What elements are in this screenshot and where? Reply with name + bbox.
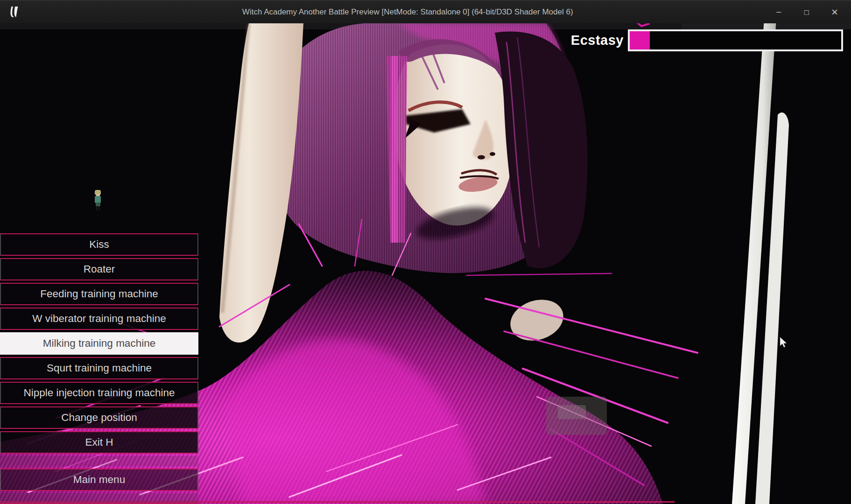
menu-item-roater[interactable]: Roater xyxy=(0,258,198,280)
game-viewport: Ecstasy Kiss Roater Feeding training mac… xyxy=(0,23,851,504)
game-window: { "window": { "title": "Witch Academy An… xyxy=(0,0,851,504)
menu-item-squrt-training-machine[interactable]: Squrt training machine xyxy=(0,357,198,379)
menu-item-main-menu[interactable]: Main menu xyxy=(0,469,198,491)
minimize-icon[interactable]: − xyxy=(772,7,786,17)
maximize-icon[interactable]: □ xyxy=(800,8,814,16)
menu-item-exit-h[interactable]: Exit H xyxy=(0,431,198,454)
menu-spacer-band xyxy=(0,456,198,466)
ecstasy-label: Ecstasy xyxy=(532,29,624,51)
ecstasy-fill xyxy=(630,31,650,49)
window-titlebar[interactable]: Witch Academy Another Battle Preview [Ne… xyxy=(0,0,851,23)
close-icon[interactable]: × xyxy=(828,7,842,18)
menu-item-w-viberator-training-machine[interactable]: W viberator training machine xyxy=(0,308,198,330)
mouse-arrow-cursor xyxy=(780,337,789,350)
unreal-engine-logo-icon xyxy=(6,5,21,20)
menu-item-change-position[interactable]: Change position xyxy=(0,406,198,429)
interaction-menu: Kiss Roater Feeding training machine W v… xyxy=(0,233,198,504)
menu-bottom-band xyxy=(0,493,198,504)
window-controls: − □ × xyxy=(772,0,842,24)
menu-item-feeding-training-machine[interactable]: Feeding training machine xyxy=(0,283,198,305)
window-title: Witch Academy Another Battle Preview [Ne… xyxy=(242,0,573,24)
menu-item-kiss[interactable]: Kiss xyxy=(0,233,198,256)
ecstasy-bar xyxy=(628,29,843,51)
menu-item-nipple-injection-training-machine[interactable]: Nipple injection training machine xyxy=(0,382,198,404)
menu-item-milking-training-machine[interactable]: Milking training machine xyxy=(0,332,198,355)
